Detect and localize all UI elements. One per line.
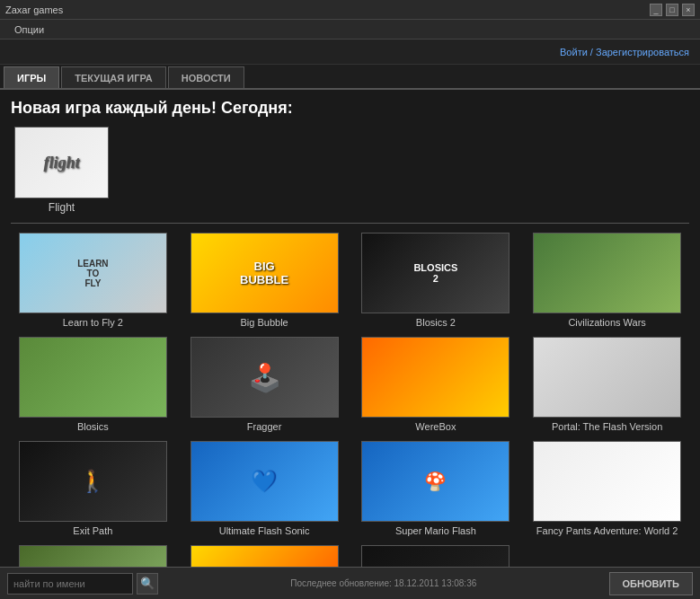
game-thumb[interactable] (533, 441, 681, 522)
game-thumb[interactable]: 💙 (191, 441, 339, 522)
update-button[interactable]: ОБНОВИТЬ (609, 572, 693, 595)
list-item[interactable]: Blosics (11, 337, 175, 432)
game-thumb[interactable]: LEARNTOFLY (19, 233, 167, 313)
top-bar: Войти / Зарегистрироваться (0, 40, 700, 65)
game-area[interactable]: Новая игра каждый день! Сегодня: flight … (0, 90, 700, 567)
game-label: Super Mario Flash (361, 525, 509, 536)
daily-game: flight Flight (11, 127, 689, 214)
game-thumb[interactable]: BIGBUBBLE (191, 233, 339, 313)
list-item[interactable]: 🍄Super Mario Flash (354, 441, 518, 536)
login-link[interactable]: Войти / Зарегистрироваться (560, 47, 689, 57)
daily-header: Новая игра каждый день! Сегодня: (11, 99, 689, 118)
games-grid: LEARNTOFLYLearn to Fly 2BIGBUBBLEBig Bub… (11, 233, 689, 567)
game-label: Blosics 2 (361, 317, 509, 328)
last-update-text: Последнее обновление: 18.12.2011 13:08:3… (290, 578, 476, 588)
tab-games[interactable]: ИГРЫ (4, 66, 59, 88)
game-label: WereBox (361, 421, 509, 432)
minimize-button[interactable]: _ (650, 4, 662, 16)
daily-game-thumb[interactable]: flight (14, 127, 109, 198)
game-thumb[interactable]: ■■■■ (361, 545, 509, 567)
title-bar: Zaxar games _ □ × (0, 0, 700, 20)
list-item[interactable]: 🚶Exit Path (11, 441, 175, 536)
daily-game-label: Flight (14, 201, 109, 214)
maximize-button[interactable]: □ (666, 4, 678, 16)
game-label: Blosics (19, 421, 167, 432)
list-item[interactable]: Civilizations Wars (525, 233, 689, 328)
list-item[interactable] (11, 545, 175, 567)
game-label: Fancy Pants Adventure: World 2 (533, 525, 681, 536)
game-label: Portal: The Flash Version (533, 421, 681, 432)
tab-news[interactable]: НОВОСТИ (168, 66, 244, 88)
game-thumb[interactable] (533, 337, 681, 418)
game-label: Exit Path (19, 525, 167, 536)
search-icon: 🔍 (140, 577, 155, 590)
game-thumb[interactable]: BLOSICS2 (361, 233, 509, 313)
menu-bar: Опции (0, 20, 700, 40)
list-item[interactable]: LEARNTOFLYLearn to Fly 2 (11, 233, 175, 328)
list-item[interactable]: WereBox (354, 337, 518, 432)
search-area: 🔍 (7, 573, 158, 595)
game-label: Fragger (191, 421, 339, 432)
list-item[interactable]: ■■■■ (354, 545, 518, 567)
list-item[interactable]: BLOSICS2Blosics 2 (354, 233, 518, 328)
game-thumb[interactable] (533, 233, 681, 313)
game-label: Ultimate Flash Sonic (191, 525, 339, 536)
menu-options[interactable]: Опции (7, 22, 51, 37)
list-item[interactable]: 💙Ultimate Flash Sonic (182, 441, 347, 536)
main-content: Новая игра каждый день! Сегодня: flight … (0, 90, 700, 567)
game-thumb[interactable] (361, 337, 509, 418)
game-label: Learn to Fly 2 (19, 317, 167, 328)
game-thumb[interactable]: 🎭 (191, 545, 339, 567)
bottom-bar: 🔍 Последнее обновление: 18.12.2011 13:08… (0, 567, 700, 599)
game-thumb[interactable]: 🕹️ (191, 337, 339, 418)
game-thumb[interactable]: 🚶 (19, 441, 167, 522)
window-title: Zaxar games (5, 4, 63, 15)
window-controls: _ □ × (650, 4, 695, 16)
search-input[interactable] (7, 573, 133, 595)
list-item[interactable]: Portal: The Flash Version (525, 337, 689, 432)
game-label: Big Bubble (191, 317, 339, 328)
game-thumb[interactable]: 🍄 (361, 441, 509, 522)
list-item[interactable]: BIGBUBBLEBig Bubble (182, 233, 347, 328)
search-button[interactable]: 🔍 (137, 573, 158, 595)
nav-tabs: ИГРЫ ТЕКУЩАЯ ИГРА НОВОСТИ (0, 65, 700, 90)
tab-current-game[interactable]: ТЕКУЩАЯ ИГРА (61, 66, 165, 88)
section-divider (11, 223, 689, 224)
game-thumb[interactable] (19, 337, 167, 418)
list-item[interactable]: Fancy Pants Adventure: World 2 (525, 441, 689, 536)
list-item[interactable]: 🎭 (182, 545, 347, 567)
close-button[interactable]: × (682, 4, 695, 16)
game-label: Civilizations Wars (533, 317, 681, 328)
list-item[interactable]: 🕹️Fragger (182, 337, 347, 432)
game-thumb[interactable] (19, 545, 167, 567)
